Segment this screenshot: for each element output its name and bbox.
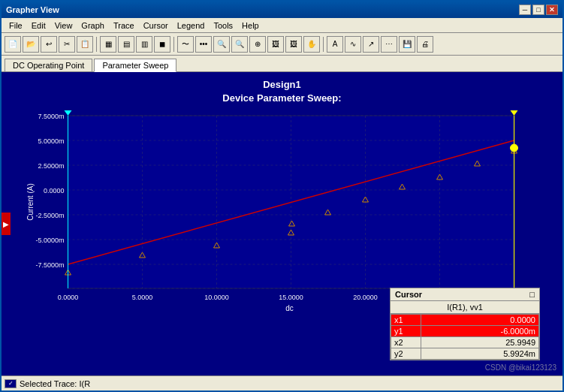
chart-title: Design1 Device Parameter Sweep: (8, 78, 556, 105)
cursor-x2-value: 25.9949 (421, 337, 539, 348)
tb-pic[interactable]: 🖼 (267, 36, 284, 53)
cursor-x1-label: x1 (391, 315, 421, 326)
menu-legend[interactable]: Legend (173, 20, 210, 31)
svg-point-33 (511, 144, 518, 152)
menu-edit[interactable]: Edit (27, 20, 50, 31)
tb-pic2[interactable]: 🖼 (285, 36, 302, 53)
title-bar-buttons: ─ □ ✕ (519, 5, 558, 15)
tab-bar: DC Operating Point Parameter Sweep (2, 56, 562, 72)
tb-sym[interactable]: ∿ (345, 36, 361, 53)
tb-grid4[interactable]: ◼ (154, 36, 170, 53)
svg-text:-5.0000m: -5.0000m (35, 237, 64, 244)
side-arrow[interactable]: ▶ (2, 213, 11, 235)
tb-grid3[interactable]: ▥ (136, 36, 152, 53)
menu-tools[interactable]: Tools (209, 20, 237, 31)
tb-zoom3[interactable]: ⊕ (249, 36, 266, 53)
tb-hand[interactable]: ✋ (303, 36, 320, 53)
cursor-panel-label: Cursor (395, 290, 422, 299)
svg-text:20.0000: 20.0000 (353, 294, 378, 301)
tb-dot[interactable]: ••• (195, 36, 212, 53)
menu-trace[interactable]: Trace (109, 20, 139, 31)
restore-button[interactable]: □ (532, 5, 544, 15)
minimize-button[interactable]: ─ (519, 5, 531, 15)
cursor-row-x2: x2 25.9949 (391, 337, 539, 348)
cursor-panel-trace: I(R1), vv1 (391, 301, 539, 314)
tb-copy[interactable]: 📋 (77, 36, 93, 53)
svg-text:5.0000m: 5.0000m (38, 137, 64, 145)
tb-extra[interactable]: ⋯ (381, 36, 397, 53)
menu-graph[interactable]: Graph (77, 20, 109, 31)
close-button[interactable]: ✕ (546, 5, 558, 15)
cursor-row-x1: x1 0.0000 (391, 315, 539, 326)
cursor-maximize-icon[interactable]: □ (529, 290, 535, 299)
svg-text:0.0000: 0.0000 (44, 187, 65, 194)
tb-save[interactable]: 💾 (399, 36, 415, 53)
cursor-panel-titlebar: Cursor □ (391, 288, 539, 301)
tb-wave[interactable]: 〜 (177, 36, 194, 53)
svg-text:15.0000: 15.0000 (279, 294, 303, 301)
tb-open[interactable]: 📂 (23, 36, 39, 53)
tb-undo[interactable]: ↩ (41, 36, 57, 53)
menu-cursor[interactable]: Cursor (139, 20, 173, 31)
watermark: CSDN @bikai123123 (485, 363, 556, 372)
svg-text:-7.5000m: -7.5000m (35, 261, 64, 269)
tb-text[interactable]: A (327, 36, 343, 53)
tb-new[interactable]: 📄 (5, 36, 21, 53)
svg-text:7.5000m: 7.5000m (38, 113, 64, 120)
svg-text:0.0000: 0.0000 (58, 294, 79, 301)
svg-text:2.5000m: 2.5000m (38, 162, 64, 170)
menu-bar: File Edit View Graph Trace Cursor Legend… (2, 18, 562, 33)
menu-view[interactable]: View (50, 20, 77, 31)
tb-zoom-in[interactable]: 🔍 (213, 36, 230, 53)
tab-dc-op[interactable]: DC Operating Point (5, 59, 92, 71)
main-window: Grapher View ─ □ ✕ File Edit View Graph … (0, 0, 564, 392)
toolbar: 📄 📂 ↩ ✂ 📋 ▦ ▤ ▥ ◼ 〜 ••• 🔍 🔍 ⊕ 🖼 🖼 ✋ A ∿ … (2, 33, 562, 56)
cursor-x1-value: 0.0000 (421, 315, 539, 326)
svg-text:5.0000: 5.0000 (132, 294, 153, 301)
cursor-y2-value: 5.9924m (421, 348, 539, 360)
tb-grid[interactable]: ▦ (100, 36, 116, 53)
status-text: Selected Trace: I(R (20, 379, 90, 388)
legend-entry: ✓ Selected Trace: I(R (5, 379, 90, 388)
tb-arrow[interactable]: ↗ (363, 36, 379, 53)
cursor-data-table: x1 0.0000 y1 -6.0000m x2 25.9949 y2 5.99… (391, 314, 539, 360)
tb-print[interactable]: 🖨 (417, 36, 433, 53)
window-title: Grapher View (6, 5, 59, 14)
tb-zoom-out[interactable]: 🔍 (231, 36, 248, 53)
cursor-y2-label: y2 (391, 348, 421, 360)
legend-color-box: ✓ (5, 379, 17, 388)
cursor-row-y2: y2 5.9924m (391, 348, 539, 360)
cursor-y1-label: y1 (391, 326, 421, 337)
tb-grid2[interactable]: ▤ (118, 36, 134, 53)
menu-file[interactable]: File (5, 20, 27, 31)
tab-param-sweep[interactable]: Parameter Sweep (94, 59, 176, 72)
svg-text:Current (A): Current (A) (26, 184, 35, 221)
legend-check-icon: ✓ (8, 380, 14, 387)
cursor-y1-value: -6.0000m (421, 326, 539, 337)
chart-area: Design1 Device Parameter Sweep: (2, 72, 562, 375)
tb-cut[interactable]: ✂ (59, 36, 75, 53)
main-content: ▶ Design1 Device Parameter Sweep: (2, 72, 562, 375)
cursor-x2-label: x2 (391, 337, 421, 348)
menu-help[interactable]: Help (237, 20, 264, 31)
svg-text:10.0000: 10.0000 (204, 294, 229, 301)
title-bar: Grapher View ─ □ ✕ (2, 2, 562, 18)
svg-text:-2.5000m: -2.5000m (35, 212, 64, 219)
svg-text:dc: dc (285, 304, 294, 312)
cursor-panel: Cursor □ I(R1), vv1 x1 0.0000 y1 -6.0000… (390, 288, 540, 360)
status-bar: ✓ Selected Trace: I(R (2, 375, 562, 390)
cursor-row-y1: y1 -6.0000m (391, 326, 539, 337)
